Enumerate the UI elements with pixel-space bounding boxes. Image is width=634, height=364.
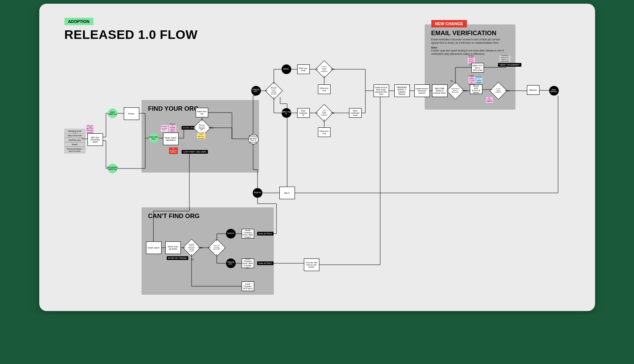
note-freemium: Content to cycle & use email or in-app v… xyxy=(499,56,511,61)
note-v4: No longer required xyxy=(486,97,493,103)
circle-sign-in: SIGN IN xyxy=(253,188,262,198)
box-create-pw: Create account: Password (resend) xyxy=(414,84,430,97)
page-title: RELEASED 1.0 FLOW xyxy=(64,27,198,42)
box-select-org: Select work org xyxy=(196,108,208,117)
pill-dual-1: DUAL ACTIONS xyxy=(257,232,274,236)
circle-new-user: NEW USER flow xyxy=(108,108,117,118)
entry-recommend: Recommendation / word of mouth xyxy=(64,147,85,153)
label-no: NO xyxy=(332,68,335,70)
box-sign-in: Sign in xyxy=(279,187,295,199)
box-privacy: Privacy xyxy=(124,107,139,120)
zone-description: Email verification has been moved to end… xyxy=(431,38,505,44)
diamond-manual-q2: Does this already exist in db? xyxy=(210,241,223,254)
box-error-emp: Inline error msg xyxy=(318,127,331,137)
note-welcome: If less 1yr in app. Also if CX mismatch … xyxy=(86,126,94,134)
note-v2: If email not verified — move to freemium xyxy=(468,77,475,83)
entry-ihealth: iHealth xyxy=(64,142,85,147)
box-create-acct-step: Create account. Enter email, password th… xyxy=(374,84,389,97)
entry-appstore: App/Play store xyxy=(64,138,85,142)
new-change-badge: NEW CHANGE xyxy=(431,20,467,27)
box-resend-1: EMAIL OUT sent to verify email xyxy=(471,63,484,73)
entry-utility: Utility email invite xyxy=(64,133,85,138)
circle-employee-id: EMPLOYEE ID xyxy=(282,108,291,118)
box-enter-emp-id: Enter employee ID xyxy=(297,108,310,118)
box-welcome-final: Welcome xyxy=(527,85,540,95)
circle-find-org: FIND ORG flow xyxy=(149,133,159,143)
box-unmill-2: Unmill Company found. Want to create acc… xyxy=(242,258,254,268)
circle-account-type: Existing or new acct? New or prior user xyxy=(248,134,259,144)
box-search-org: Modal: search organisation xyxy=(163,133,179,145)
note-v3: Resend — repeat modal xyxy=(476,77,482,83)
circle-returning-user: RETURNING USER flow xyxy=(108,164,117,173)
note-a: Questions to clarify here... xyxy=(161,125,168,132)
label-yes: YES xyxy=(463,90,467,92)
box-enter-email: Enter your email xyxy=(297,64,310,74)
zone-title: EMAIL VERIFICATION xyxy=(431,30,497,37)
box-work-email: Send verification email xyxy=(349,108,362,118)
pill-verify-cta: "VERIFY OR DISMISS?" xyxy=(498,63,521,67)
box-welcome: Web view Onboarding splash xyxy=(87,133,103,146)
box-freemium: If not yet, then move to sub-confirm xyxy=(304,258,319,271)
circle-sign-in-2: SIGN IN xyxy=(226,229,236,238)
diamond-manual-q1: Is email domain matched to existing reco… xyxy=(185,241,198,254)
box-unmill-3: Unmill Company NOT found xyxy=(242,281,254,291)
adoption-badge: ADOPTION xyxy=(64,18,93,25)
label-yes: YES xyxy=(506,90,510,92)
box-error-email: Inline error msg xyxy=(318,84,331,94)
note-red: All employees welcome xyxy=(169,147,178,154)
box-unmill-1: Unmill Company found. Want to log in xyxy=(242,229,254,238)
note-yellow: If partially or no data, use Freemium xyxy=(197,133,205,139)
box-region: Modal: search xyxy=(146,241,162,254)
label-no: NO xyxy=(451,80,454,82)
box-reminder: REMINDER MODAL: If forgotten 'Resend' xyxy=(394,84,410,97)
zone-title: CAN'T FIND ORG xyxy=(148,213,200,220)
pill-cant-find-link: "CAN'T FIND?" LINK CHIPS xyxy=(182,150,208,154)
label-yes: YES xyxy=(199,247,203,249)
circle-enter-platform: Enter platform xyxy=(549,86,559,96)
label-no: NO xyxy=(332,112,335,114)
zone-title: FIND YOUR ORG xyxy=(148,105,199,113)
circle-email: EMAIL xyxy=(282,64,291,74)
pill-enter-key-phrase: ENTER KEY PHRASE xyxy=(167,256,188,260)
label-no: NO xyxy=(191,258,194,261)
note-b: Resend if nothing shows after N mins xyxy=(169,125,176,132)
box-welcome-to: WELCOME Screen & continue button xyxy=(432,84,448,97)
diamond-verified: Is work email verified? xyxy=(492,84,505,97)
diamond-validate-email: Is email domain valid company? xyxy=(318,63,331,76)
diamond-account-exists: Does this account / email existing alrea… xyxy=(268,84,280,97)
box-region-detail: Modal: enter org details xyxy=(165,241,181,254)
diamond-validate-emp: Is ID domain valid company? xyxy=(318,107,331,119)
box-did-receive: Should verify account & redirect xyxy=(470,84,482,94)
circle-create-acc-2: CREATE ACC. xyxy=(226,258,236,268)
pill-dual-2: DUAL ACTIONS xyxy=(257,261,274,265)
diagram-frame: ADOPTION RELEASED 1.0 FLOW FIND YOUR ORG… xyxy=(39,4,595,311)
diamond-go-verify: Verified/Not? Sent or Received? xyxy=(449,84,462,97)
circle-create-acc: CREATE ACC. xyxy=(251,86,261,96)
label-yes: YES xyxy=(210,127,213,129)
